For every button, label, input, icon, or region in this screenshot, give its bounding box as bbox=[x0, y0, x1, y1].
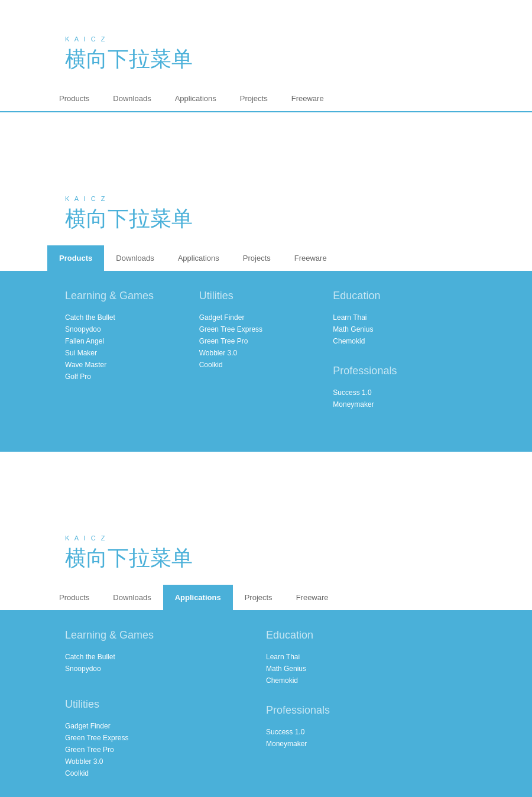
navbar-3: Products Downloads Applications Projects… bbox=[0, 585, 532, 611]
list-item: Wave Master bbox=[65, 359, 199, 371]
apps-heading-utilities: Utilities bbox=[65, 698, 266, 711]
item-wave[interactable]: Wave Master bbox=[65, 359, 199, 371]
apps-item-snoopydoo[interactable]: Snoopydoo bbox=[65, 663, 266, 675]
list-item: Green Tree Express bbox=[199, 323, 333, 335]
section-3: K A I C Z 横向下拉菜单 Products Downloads Appl… bbox=[0, 499, 532, 797]
nav-freeware-2[interactable]: Freeware bbox=[283, 245, 339, 271]
nav-products-2[interactable]: Products bbox=[47, 245, 104, 271]
apps-item-wobbler[interactable]: Wobbler 3.0 bbox=[65, 756, 266, 767]
col-list-learning: Catch the Bullet Snoopydoo Fallen Angel … bbox=[65, 312, 199, 383]
apps-list-professionals: Success 1.0 Moneymaker bbox=[266, 726, 467, 750]
nav-projects-1[interactable]: Projects bbox=[228, 86, 280, 111]
list-item: Math Genius bbox=[266, 663, 467, 675]
apps-subheading-professionals: Professionals bbox=[266, 704, 467, 717]
nav-applications-1[interactable]: Applications bbox=[163, 86, 228, 111]
section-2: K A I C Z 横向下拉菜单 Products Downloads Appl… bbox=[0, 160, 532, 452]
nav-projects-3[interactable]: Projects bbox=[233, 585, 284, 610]
list-item: Success 1.0 bbox=[266, 726, 467, 738]
apps-item-learn-thai[interactable]: Learn Thai bbox=[266, 651, 467, 663]
dropdown-col-utilities: Utilities Gadget Finder Green Tree Expre… bbox=[199, 290, 333, 428]
brand-title-1: 横向下拉菜单 bbox=[65, 45, 532, 74]
apps-item-chemokid[interactable]: Chemokid bbox=[266, 675, 467, 686]
list-item: Coolkid bbox=[65, 767, 266, 779]
list-item: Success 1.0 bbox=[333, 387, 467, 398]
nav-freeware-3[interactable]: Freeware bbox=[284, 585, 340, 610]
apps-item-math-genius[interactable]: Math Genius bbox=[266, 663, 467, 675]
item-coolkid[interactable]: Coolkid bbox=[199, 359, 333, 371]
brand-title-2: 横向下拉菜单 bbox=[65, 205, 532, 234]
apps-item-coolkid[interactable]: Coolkid bbox=[65, 767, 266, 779]
nav-applications-2[interactable]: Applications bbox=[166, 245, 231, 271]
list-item: Catch the Bullet bbox=[65, 651, 266, 663]
item-chemokid[interactable]: Chemokid bbox=[333, 335, 467, 347]
apps-col-utilities: Utilities Gadget Finder Green Tree Expre… bbox=[65, 698, 266, 797]
list-item: Snoopydoo bbox=[65, 323, 199, 335]
apps-item-gadget[interactable]: Gadget Finder bbox=[65, 720, 266, 732]
apps-item-moneymaker[interactable]: Moneymaker bbox=[266, 738, 467, 750]
nav-downloads-1[interactable]: Downloads bbox=[101, 86, 163, 111]
nav-products-1[interactable]: Products bbox=[47, 86, 101, 111]
item-catch[interactable]: Catch the Bullet bbox=[65, 312, 199, 323]
apps-item-catch[interactable]: Catch the Bullet bbox=[65, 651, 266, 663]
list-item: Sui Maker bbox=[65, 347, 199, 359]
applications-dropdown: Learning & Games Catch the Bullet Snoopy… bbox=[0, 611, 532, 797]
item-wobbler[interactable]: Wobbler 3.0 bbox=[199, 347, 333, 359]
item-snoopydoo[interactable]: Snoopydoo bbox=[65, 323, 199, 335]
apps-list-education: Learn Thai Math Genius Chemokid bbox=[266, 651, 467, 686]
list-item: Gadget Finder bbox=[199, 312, 333, 323]
list-item: Green Tree Express bbox=[65, 732, 266, 744]
list-item: Green Tree Pro bbox=[65, 744, 266, 756]
list-item: Fallen Angel bbox=[65, 335, 199, 347]
apps-item-success[interactable]: Success 1.0 bbox=[266, 726, 467, 738]
item-learn-thai[interactable]: Learn Thai bbox=[333, 312, 467, 323]
nav-downloads-3[interactable]: Downloads bbox=[101, 585, 163, 610]
brand-label-2: K A I C Z bbox=[65, 195, 532, 202]
item-success[interactable]: Success 1.0 bbox=[333, 387, 467, 398]
list-item: Wobbler 3.0 bbox=[199, 347, 333, 359]
list-item: Moneymaker bbox=[333, 398, 467, 410]
list-item: Catch the Bullet bbox=[65, 312, 199, 323]
item-math-genius[interactable]: Math Genius bbox=[333, 323, 467, 335]
navbar-1: Products Downloads Applications Projects… bbox=[0, 86, 532, 112]
apps-list-learning: Catch the Bullet Snoopydoo bbox=[65, 651, 266, 675]
section-1: K A I C Z 横向下拉菜单 Products Downloads Appl… bbox=[0, 0, 532, 112]
navbar-2: Products Downloads Applications Projects… bbox=[0, 245, 532, 272]
col-heading-education: Education bbox=[333, 290, 467, 302]
brand-2: K A I C Z 横向下拉菜单 bbox=[0, 177, 532, 245]
dropdown-col-learning: Learning & Games Catch the Bullet Snoopy… bbox=[65, 290, 199, 428]
item-fallen[interactable]: Fallen Angel bbox=[65, 335, 199, 347]
brand-title-3: 横向下拉菜单 bbox=[65, 544, 532, 573]
item-golf[interactable]: Golf Pro bbox=[65, 371, 199, 383]
nav-projects-2[interactable]: Projects bbox=[231, 245, 283, 271]
list-item: Coolkid bbox=[199, 359, 333, 371]
col-list-professionals: Success 1.0 Moneymaker bbox=[333, 387, 467, 410]
nav-products-3[interactable]: Products bbox=[47, 585, 101, 610]
item-gadget[interactable]: Gadget Finder bbox=[199, 312, 333, 323]
brand-1: K A I C Z 横向下拉菜单 bbox=[0, 18, 532, 86]
col-list-utilities: Gadget Finder Green Tree Express Green T… bbox=[199, 312, 333, 371]
apps-heading-education: Education bbox=[266, 629, 467, 642]
apps-heading-learning: Learning & Games bbox=[65, 629, 266, 642]
item-moneymaker[interactable]: Moneymaker bbox=[333, 398, 467, 410]
nav-applications-3[interactable]: Applications bbox=[163, 585, 233, 610]
list-item: Chemokid bbox=[266, 675, 467, 686]
list-item: Learn Thai bbox=[333, 312, 467, 323]
list-item: Snoopydoo bbox=[65, 663, 266, 675]
apps-left-cols: Learning & Games Catch the Bullet Snoopy… bbox=[65, 629, 266, 797]
apps-item-greentree-pro[interactable]: Green Tree Pro bbox=[65, 744, 266, 756]
brand-label-3: K A I C Z bbox=[65, 534, 532, 542]
apps-item-greentree-exp[interactable]: Green Tree Express bbox=[65, 732, 266, 744]
nav-downloads-2[interactable]: Downloads bbox=[104, 245, 166, 271]
list-item: Gadget Finder bbox=[65, 720, 266, 732]
apps-list-utilities: Gadget Finder Green Tree Express Green T… bbox=[65, 720, 266, 779]
list-item: Golf Pro bbox=[65, 371, 199, 383]
list-item: Math Genius bbox=[333, 323, 467, 335]
col-heading-utilities: Utilities bbox=[199, 290, 333, 302]
products-dropdown: Learning & Games Catch the Bullet Snoopy… bbox=[0, 272, 532, 452]
nav-freeware-1[interactable]: Freeware bbox=[280, 86, 336, 111]
item-greentree-pro[interactable]: Green Tree Pro bbox=[199, 335, 333, 347]
list-item: Moneymaker bbox=[266, 738, 467, 750]
item-sui[interactable]: Sui Maker bbox=[65, 347, 199, 359]
dropdown-col-education: Education Learn Thai Math Genius Chemoki… bbox=[333, 290, 467, 428]
item-greentree-exp[interactable]: Green Tree Express bbox=[199, 323, 333, 335]
